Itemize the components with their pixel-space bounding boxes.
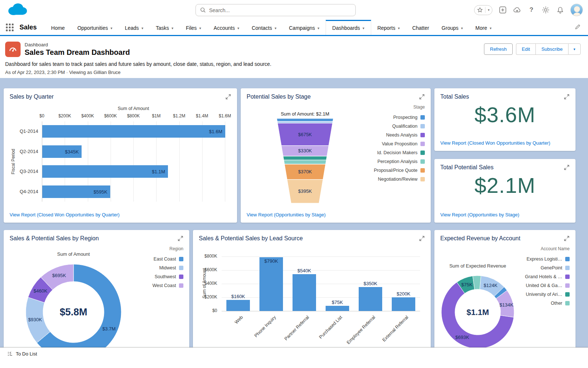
todo-list-label: To Do List [16,351,37,357]
app-navigation-bar: Sales HomeOpportunities▾Leads▾Tasks▾File… [0,20,588,36]
bar-segment [293,274,316,311]
subscribe-button[interactable]: Subscribe [535,43,568,55]
tab-chatter[interactable]: Chatter [406,20,435,35]
help-icon[interactable]: ? [527,6,535,14]
legend-swatch-icon [420,142,425,146]
funnel-value-label: $370K [298,169,312,174]
dashboard-page-header: Dashboard Sales Team Dream Dashboard Das… [0,36,588,78]
tab-label: Files [186,25,197,31]
tab-tasks[interactable]: Tasks▾ [150,20,180,35]
view-report-link[interactable]: View Report (Closed Won Opportunities by… [10,212,119,217]
axis-tick: $0 [196,308,217,313]
edit-button[interactable]: Edit [516,43,535,55]
legend-label: GenePoint [541,265,562,270]
tab-label: Home [51,25,65,31]
legend-item: Perception Analysis [374,157,425,166]
search-input[interactable] [209,7,351,13]
view-report-link[interactable]: View Report (Closed Won Opportunities by… [440,140,550,146]
tab-reports[interactable]: Reports▾ [371,20,406,35]
expand-icon[interactable] [419,94,425,100]
axis-tick: $0 [29,113,55,118]
tab-accounts[interactable]: Accounts▾ [207,20,245,35]
donut-value-label: $460K [33,288,47,294]
tab-home[interactable]: Home [45,20,71,35]
chevron-down-icon: ▾ [199,26,201,30]
expand-icon[interactable] [563,164,570,171]
global-search [196,4,356,16]
widget-sales-by-quarter: Sales by Quarter Sum of Amount Fiscal Pe… [4,88,237,223]
app-name: Sales [19,24,37,31]
donut-value-label: $3.7M [102,326,115,332]
header-actions: ▾ ? [474,4,583,16]
chevron-down-icon: ▾ [111,26,112,30]
tab-label: Accounts [214,25,235,31]
tab-label: More [476,25,487,31]
app-launcher-icon[interactable] [6,24,14,31]
chevron-down-icon: ▾ [172,26,173,30]
axis-tick: $800K [121,113,146,118]
legend-item: Proposal/Price Quote [374,166,425,175]
legend-swatch-icon [565,292,570,297]
bar-value-label: $1.1M [152,169,165,174]
widget-sales-by-region: Sales & Potential Sales by Region Sum of… [4,230,189,357]
bar-chart: $0$200K$400K$600K$800K$160KWeb$790KPhone… [193,230,431,357]
legend-swatch-icon [565,275,570,279]
legend-swatch-icon [420,151,425,155]
user-avatar[interactable] [570,4,583,16]
refresh-button[interactable]: Refresh [484,43,513,55]
chevron-down-icon: ▾ [461,26,463,30]
legend-label: Negotiation/Review [378,177,417,182]
legend-swatch-icon [565,266,570,270]
chevron-down-icon: ▾ [141,26,143,30]
legend-item: GenePoint [525,263,570,272]
chevron-down-icon: ▾ [318,26,319,30]
tab-groups[interactable]: Groups▾ [435,20,469,35]
edit-nav-pencil-icon[interactable] [575,24,581,31]
tab-campaigns[interactable]: Campaigns▾ [283,20,326,35]
chart-legend: RegionEast CoastMidwestSouthwestWest Coa… [153,246,183,290]
legend-item: Needs Analysis [374,131,425,139]
funnel-segment [277,121,333,123]
view-report-link[interactable]: View Report (Opportunities by Stage) [440,212,519,217]
bar-value-label: $350K [354,281,387,286]
tab-label: Groups [442,25,459,31]
chart-legend: StageProspectingQualificationNeeds Analy… [374,105,425,184]
expand-icon[interactable] [177,236,184,242]
notifications-bell-icon[interactable] [556,6,564,14]
legend-swatch-icon [420,159,425,164]
axis-tick: $1.2M [166,113,192,118]
legend-item: University of Ari… [525,290,570,299]
funnel-chart: $675K$330K$370K$395K [275,118,336,203]
legend-label: Id. Decision Makers [377,150,417,155]
tab-dashboards[interactable]: Dashboards▾ [326,20,371,35]
donut-chart: $3.7M$930K$460K$695K$5.8M [7,259,147,357]
tab-contacts[interactable]: Contacts▾ [245,20,283,35]
view-report-link[interactable]: View Report (Opportunities by Stage) [247,212,326,217]
chart-subtitle: Sum of Amount [26,251,121,257]
donut-value-label: $124K [484,283,498,288]
cloud-upload-icon[interactable] [513,6,521,14]
tab-more[interactable]: More▾ [469,20,498,35]
tab-opportunities[interactable]: Opportunities▾ [71,20,118,35]
tab-files[interactable]: Files▾ [180,20,208,35]
more-actions-button[interactable]: ▾ [568,43,581,55]
axis-tick: $400K [196,281,217,286]
axis-tick: $1.6M [212,113,237,118]
axis-category: Q1-2014 [6,128,38,134]
tab-leads[interactable]: Leads▾ [119,20,150,35]
legend-label: Other [551,301,562,306]
bar-value-label: $160K [222,294,255,299]
expand-icon[interactable] [563,94,570,100]
gridline [222,284,420,284]
donut-value-label: $693K [455,335,469,340]
legend-label: Prospecting [393,115,417,120]
expand-icon[interactable] [563,236,570,242]
quick-add-icon[interactable] [499,6,507,14]
favorites-button[interactable]: ▾ [474,5,492,15]
legend-item: Express Logisti… [525,255,570,263]
todo-list-button[interactable]: To Do List [3,348,42,360]
chevron-down-icon: ▾ [363,26,365,30]
setup-gear-icon[interactable] [542,6,550,14]
chevron-down-icon: ▾ [488,8,490,12]
bar-value-label: $540K [288,268,321,273]
